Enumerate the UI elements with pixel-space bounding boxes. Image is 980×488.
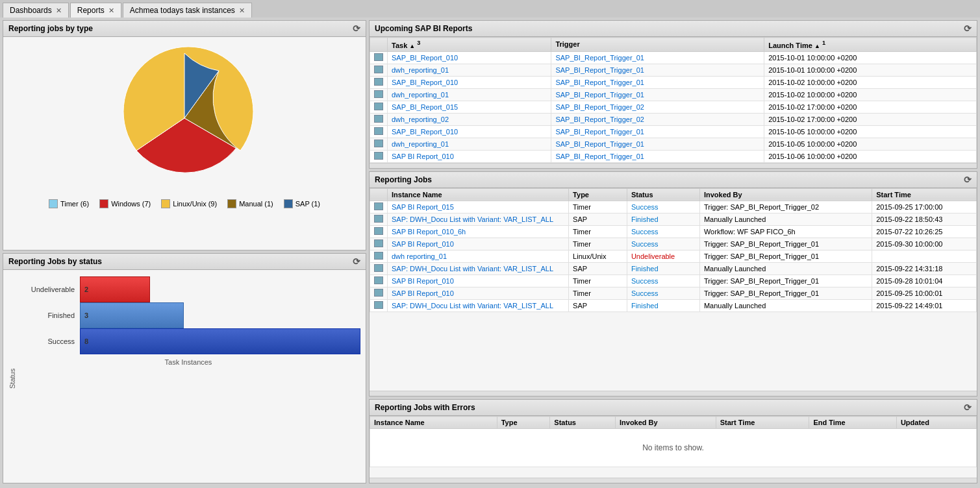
row-icon-cell — [370, 64, 388, 76]
upcoming-reports-title: Upcoming SAP BI Reports — [375, 24, 472, 33]
upcoming-col-icon — [370, 38, 388, 52]
re-col-name[interactable]: Instance Name — [370, 417, 497, 429]
legend-windows-label: Windows (7) — [111, 200, 151, 208]
re-col-type[interactable]: Type — [497, 417, 550, 429]
bar-chart-refresh[interactable]: ⟳ — [353, 256, 360, 267]
reporting-jobs-table-scroll[interactable]: Instance Name Type Status Invoked By Sta… — [370, 188, 977, 391]
row-name: dwh reporting_01 — [388, 250, 569, 262]
legend-linux-color — [161, 199, 170, 208]
task-link[interactable]: SAP BI Report_010 — [392, 152, 454, 160]
trigger-link[interactable]: SAP_BI_Report_Trigger_01 — [555, 128, 644, 136]
re-col-status[interactable]: Status — [550, 417, 616, 429]
table-row: SAP BI Report_010 Timer Success Trigger:… — [370, 287, 977, 299]
upcoming-col-task[interactable]: Task ▲ 3 — [388, 38, 551, 52]
trigger-link[interactable]: SAP_BI_Report_Trigger_02 — [555, 116, 644, 123]
reporting-errors-tbody: No items to show. — [370, 429, 977, 467]
upcoming-reports-table: Task ▲ 3 Trigger Launch Time ▲ 1 SAP_BI_… — [370, 37, 977, 163]
trigger-link[interactable]: SAP_BI_Report_Trigger_01 — [555, 152, 644, 160]
rj-col-name[interactable]: Instance Name — [388, 188, 569, 201]
instance-link[interactable]: SAP: DWH_Docu List with Variant: VAR_LIS… — [392, 302, 553, 310]
row-icon-cell — [370, 138, 388, 150]
rj-col-invoked[interactable]: Invoked By — [699, 188, 872, 201]
row-name: SAP: DWH_Docu List with Variant: VAR_LIS… — [388, 262, 569, 274]
task-link[interactable]: SAP_BI_Report_010 — [392, 54, 458, 62]
task-link[interactable]: dwh_reporting_01 — [392, 140, 449, 148]
row-start: 2015-09-22 14:49:01 — [872, 299, 977, 311]
reporting-errors-thead: Instance Name Type Status Invoked By Sta… — [370, 417, 977, 429]
instance-link[interactable]: SAP: DWH_Docu List with Variant: VAR_LIS… — [392, 265, 553, 273]
status-badge: Success — [631, 289, 659, 297]
rj-scrollbar[interactable] — [370, 391, 977, 396]
task-link[interactable]: SAP_BI_Report_010 — [392, 79, 458, 86]
main-content: Reporting jobs by type ⟳ — [0, 18, 980, 486]
reporting-errors-refresh[interactable]: ⟳ — [964, 402, 972, 413]
re-col-end[interactable]: End Time — [809, 417, 896, 429]
re-col-updated[interactable]: Updated — [896, 417, 976, 429]
re-col-invoked[interactable]: Invoked By — [615, 417, 716, 429]
row-type: Linux/Unix — [569, 250, 627, 262]
tab-achmea[interactable]: Achmea todays task instances ✕ — [123, 3, 252, 18]
trigger-link[interactable]: SAP_BI_Report_Trigger_01 — [555, 140, 644, 148]
upcoming-col-launch[interactable]: Launch Time ▲ 1 — [764, 38, 977, 52]
row-type: Timer — [569, 225, 627, 238]
task-link[interactable]: dwh_reporting_02 — [392, 116, 449, 123]
pie-chart-refresh[interactable]: ⟳ — [353, 23, 360, 34]
rj-col-status[interactable]: Status — [627, 188, 699, 201]
reporting-errors-table-scroll[interactable]: Instance Name Type Status Invoked By Sta… — [370, 416, 977, 478]
task-link[interactable]: dwh_reporting_01 — [392, 91, 449, 99]
reporting-jobs-refresh[interactable]: ⟳ — [964, 175, 972, 185]
upcoming-scrollbar[interactable] — [370, 163, 977, 168]
row-icon-cell — [370, 125, 388, 138]
table-row: SAP BI Report_010 SAP_BI_Report_Trigger_… — [370, 150, 977, 162]
instance-link[interactable]: SAP BI Report_010 — [392, 240, 454, 248]
row-icon-cell — [370, 213, 388, 225]
instance-link[interactable]: SAP BI Report_015 — [392, 203, 454, 211]
instance-link[interactable]: SAP BI Report_010 — [392, 277, 454, 285]
task-link[interactable]: SAP_BI_Report_010 — [392, 128, 458, 136]
tab-reports[interactable]: Reports ✕ — [70, 3, 121, 18]
bar-track-success: 8 — [80, 328, 360, 354]
tab-reports-close[interactable]: ✕ — [108, 6, 114, 15]
rj-col-type[interactable]: Type — [569, 188, 627, 201]
upcoming-reports-table-scroll[interactable]: Task ▲ 3 Trigger Launch Time ▲ 1 SAP_BI_… — [370, 37, 977, 163]
instance-link[interactable]: SAP: DWH_Docu List with Variant: VAR_LIS… — [392, 215, 553, 223]
task-link[interactable]: dwh_reporting_01 — [392, 66, 449, 74]
instance-link[interactable]: SAP BI Report_010 — [392, 289, 454, 297]
trigger-link[interactable]: SAP_BI_Report_Trigger_01 — [555, 66, 644, 74]
row-name: SAP BI Report_010 — [388, 287, 569, 299]
bar-fill-success: 8 — [80, 328, 360, 354]
row-invoked: Trigger: SAP_BI_Report_Trigger_01 — [699, 238, 872, 250]
row-type: SAP — [569, 213, 627, 225]
tab-dashboards-close[interactable]: ✕ — [56, 6, 62, 15]
rj-col-start[interactable]: Start Time — [872, 188, 977, 201]
trigger-link[interactable]: SAP_BI_Report_Trigger_01 — [555, 91, 644, 99]
row-icon — [374, 127, 383, 135]
row-task: SAP_BI_Report_010 — [388, 125, 551, 138]
row-status: Undeliverable — [627, 250, 699, 262]
tab-bar: Dashboards ✕ Reports ✕ Achmea todays tas… — [0, 0, 980, 18]
trigger-link[interactable]: SAP_BI_Report_Trigger_01 — [555, 79, 644, 86]
pie-chart-title: Reporting jobs by type — [8, 24, 93, 33]
task-link[interactable]: SAP_BI_Report_015 — [392, 103, 458, 111]
instance-link[interactable]: SAP BI Report_010_6h — [392, 228, 466, 236]
tab-dashboards[interactable]: Dashboards ✕ — [3, 3, 69, 18]
upcoming-reports-thead: Task ▲ 3 Trigger Launch Time ▲ 1 — [370, 38, 977, 52]
upcoming-col-trigger[interactable]: Trigger — [551, 38, 764, 52]
pie-chart-container: Timer (6) Windows (7) Linux/Unix (9) Man… — [3, 37, 366, 215]
errors-scrollbar[interactable] — [370, 478, 977, 483]
trigger-link[interactable]: SAP_BI_Report_Trigger_02 — [555, 103, 644, 111]
legend-windows: Windows (7) — [99, 199, 151, 208]
row-task: SAP_BI_Report_010 — [388, 76, 551, 88]
bar-label-finished: Finished — [16, 311, 75, 319]
row-icon-cell — [370, 250, 388, 262]
table-row: SAP BI Report_010 Timer Success Trigger:… — [370, 274, 977, 287]
upcoming-reports-refresh[interactable]: ⟳ — [964, 23, 972, 34]
row-icon-cell — [370, 51, 388, 64]
tab-achmea-close[interactable]: ✕ — [239, 6, 245, 15]
row-trigger: SAP_BI_Report_Trigger_02 — [551, 113, 764, 125]
re-col-start[interactable]: Start Time — [716, 417, 809, 429]
trigger-link[interactable]: SAP_BI_Report_Trigger_01 — [555, 54, 644, 62]
row-icon-cell — [370, 76, 388, 88]
instance-link[interactable]: dwh reporting_01 — [392, 252, 447, 260]
reporting-jobs-thead: Instance Name Type Status Invoked By Sta… — [370, 188, 977, 201]
